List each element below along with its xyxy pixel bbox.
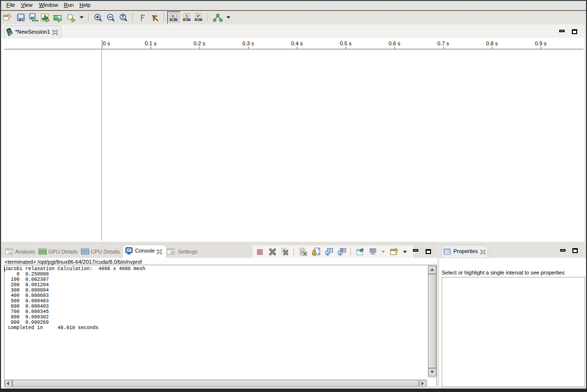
svg-text:P: P [197,13,200,19]
svg-text:K: K [172,13,176,19]
svg-text:S: S [185,13,188,19]
